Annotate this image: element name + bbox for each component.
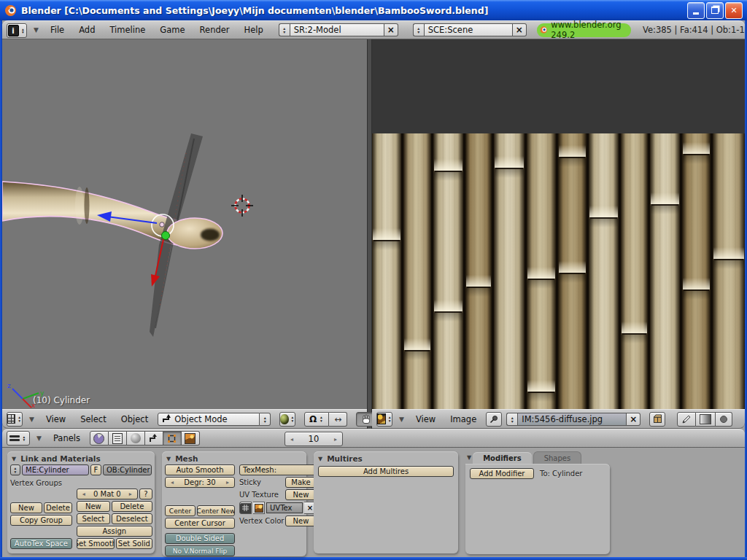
image-browse-icon[interactable]: ▴▾: [506, 413, 517, 426]
fake-user-button[interactable]: F: [90, 464, 101, 475]
image-unlink-icon[interactable]: ×: [627, 413, 640, 426]
no-vnormal-flip-button[interactable]: No V.Normal Flip: [165, 545, 235, 556]
uvtex-name-field[interactable]: UVTex: [266, 502, 303, 513]
menu-timeline[interactable]: Timeline: [104, 25, 150, 35]
sticky-make-button[interactable]: Make: [285, 477, 316, 488]
mode-dropdown[interactable]: Object Mode ▴▾: [158, 413, 271, 426]
object-name-field[interactable]: OB:Cylinder: [103, 464, 152, 475]
frame-number[interactable]: 10: [309, 434, 320, 444]
assign-button[interactable]: Assign: [77, 526, 152, 537]
header-collapse-icon[interactable]: ▼: [397, 416, 406, 423]
buttons-editor-type-button[interactable]: ▴▾: [7, 431, 30, 446]
alpha-dot-button[interactable]: [716, 412, 732, 427]
autotex-space-button[interactable]: AutoTex Space: [10, 538, 72, 549]
menu-game[interactable]: Game: [155, 25, 190, 35]
scene-browse-icon[interactable]: ▴▾: [413, 23, 424, 36]
header-collapse-icon[interactable]: ▼: [27, 416, 36, 423]
set-solid-button[interactable]: Set Solid: [116, 538, 152, 549]
view3d-editor-type-button[interactable]: ▴▾: [7, 412, 23, 427]
object-context-button[interactable]: [145, 431, 163, 446]
sword-guard-knob[interactable]: [167, 218, 222, 249]
menu-file[interactable]: File: [45, 25, 69, 35]
material-stepper[interactable]: ◂ 0 Mat 0 ▸: [77, 489, 138, 499]
close-button[interactable]: ✕: [725, 2, 743, 19]
uv-editor-type-button[interactable]: ▴▾: [376, 412, 392, 427]
blender-version-badge[interactable]: www.blender.org 249.2: [537, 23, 631, 37]
panels-menu[interactable]: Panels: [48, 433, 85, 443]
center-new-button[interactable]: Center New: [197, 505, 235, 516]
draw-type-dropdown[interactable]: ▴▾: [279, 412, 295, 427]
material-help-button[interactable]: ?: [139, 489, 152, 499]
mesh-browse-icon[interactable]: ▴▾: [10, 464, 20, 475]
uvtex-image-button[interactable]: [253, 502, 265, 514]
screen-datablock[interactable]: ▴▾ SR:2-Model ×: [279, 23, 398, 36]
titlebar[interactable]: Blender [C:\Documents and Settings\Joeyy…: [0, 0, 747, 20]
scene-datablock[interactable]: ▴▾ SCE:Scene ×: [413, 23, 527, 36]
frame-next-icon[interactable]: ▸: [332, 436, 339, 443]
scene-name-field[interactable]: SCE:Scene: [424, 23, 513, 36]
screen-name-field[interactable]: SR:2-Model: [290, 23, 384, 36]
mesh-name-field[interactable]: ME:Cylinder: [22, 464, 89, 475]
tab-modifiers[interactable]: Modifiers: [473, 452, 532, 464]
material-select-button[interactable]: Select: [77, 513, 110, 524]
logic-context-button[interactable]: [90, 431, 109, 446]
script-context-button[interactable]: [109, 431, 127, 446]
image-datablock[interactable]: ▴▾ IM:5456-diffuse.jpg ×: [506, 413, 640, 426]
screen-browse-icon[interactable]: ▴▾: [279, 23, 290, 36]
uv-image-editor[interactable]: [372, 39, 745, 409]
menu-object[interactable]: Object: [116, 414, 153, 424]
auto-smooth-button[interactable]: Auto Smooth: [165, 464, 235, 475]
frame-prev-icon[interactable]: ◂: [288, 436, 295, 443]
pack-image-button[interactable]: [649, 412, 665, 427]
texture-paint-button[interactable]: [677, 412, 696, 427]
center-cursor-button[interactable]: Center Cursor: [165, 518, 235, 529]
material-delete-button[interactable]: Delete: [112, 501, 152, 512]
area-divider[interactable]: [367, 39, 372, 429]
add-multires-button[interactable]: Add Multires: [318, 466, 454, 477]
menu-view[interactable]: View: [41, 414, 71, 424]
menu-add[interactable]: Add: [74, 25, 100, 35]
scene-context-button[interactable]: [182, 431, 200, 446]
vgroup-delete-button[interactable]: Delete: [44, 502, 72, 513]
add-modifier-button[interactable]: Add Modifier: [470, 468, 534, 479]
menu-view[interactable]: View: [411, 414, 441, 424]
material-deselect-button[interactable]: Deselect: [112, 513, 152, 524]
sword-handle-mesh[interactable]: [2, 182, 177, 245]
minimize-button[interactable]: [687, 2, 705, 19]
double-sided-button[interactable]: Double Sided: [165, 533, 235, 544]
editor-type-selector[interactable]: i ▴▾: [7, 23, 27, 36]
manipulator-center-handle[interactable]: [162, 232, 170, 240]
header-collapse-icon[interactable]: ▼: [34, 435, 44, 442]
shading-context-button[interactable]: [127, 431, 145, 446]
vgroup-new-button[interactable]: New: [10, 502, 42, 513]
tab-shapes[interactable]: Shapes: [533, 451, 582, 464]
cursor-3d[interactable]: [231, 195, 253, 217]
pin-image-button[interactable]: [486, 412, 502, 427]
frame-stepper[interactable]: ◂ 10 ▸: [285, 432, 343, 445]
channel-display-button[interactable]: [696, 412, 716, 427]
panel-collapse-icon[interactable]: ▼: [166, 456, 171, 462]
center-button[interactable]: Center: [165, 505, 196, 516]
material-new-button[interactable]: New: [77, 501, 110, 512]
image-name-field[interactable]: IM:5456-diffuse.jpg: [517, 413, 627, 426]
panel-collapse-icon[interactable]: ▼: [318, 456, 322, 462]
menu-image[interactable]: Image: [445, 414, 481, 424]
texmesh-field[interactable]: TexMesh:: [239, 464, 316, 475]
uvtex-grid-button[interactable]: [239, 502, 252, 514]
header-collapse-icon[interactable]: ▼: [31, 26, 41, 34]
viewport-3d[interactable]: z y x (10) Cylinder: [2, 39, 367, 409]
menu-render[interactable]: Render: [195, 25, 235, 35]
vertex-color-new-button[interactable]: New: [285, 516, 316, 526]
panel-collapse-icon[interactable]: ▼: [467, 454, 471, 461]
menu-help[interactable]: Help: [239, 25, 268, 35]
editing-context-button[interactable]: [163, 431, 182, 446]
pivot-dropdown[interactable]: Ω ▴▾: [304, 412, 329, 427]
degr-stepper[interactable]: ◂ Degr: 30 ▸: [165, 477, 235, 488]
set-smooth-button[interactable]: Set Smooth: [77, 538, 115, 549]
menu-select[interactable]: Select: [75, 414, 111, 424]
manipulator-toggle-button[interactable]: ↔: [329, 412, 347, 427]
copy-group-button[interactable]: Copy Group: [10, 515, 72, 526]
panel-collapse-icon[interactable]: ▼: [12, 456, 16, 462]
uv-texture-new-button[interactable]: New: [285, 489, 316, 500]
screen-unlink-icon[interactable]: ×: [384, 23, 398, 36]
